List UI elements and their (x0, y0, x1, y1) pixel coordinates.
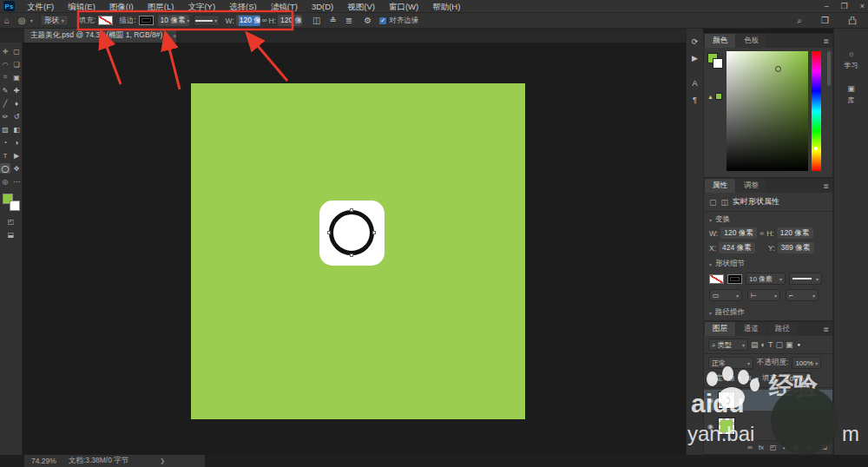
color-swatches[interactable] (3, 194, 20, 211)
panel-menu-icon[interactable]: ≣ (823, 326, 829, 333)
panel-background-swatch[interactable] (713, 58, 723, 69)
prop-stroke-width-dropdown[interactable]: 10 像素▾ (746, 273, 786, 285)
filter-pixel-layers-icon[interactable]: ▤ (751, 340, 759, 349)
new-layer-icon[interactable]: ⊞ (806, 444, 812, 451)
tab-layers[interactable]: 图层 (705, 322, 735, 336)
menu-layer[interactable]: 图层(L) (141, 0, 181, 13)
tab-channels[interactable]: 通道 (736, 322, 766, 336)
workspace-switcher-icon[interactable]: ❐ (821, 16, 829, 25)
menu-image[interactable]: 图像(I) (102, 0, 141, 13)
background-color-swatch[interactable] (10, 201, 20, 211)
tab-color[interactable]: 颜色 (705, 34, 735, 48)
status-chevron-icon[interactable]: ❯ (160, 457, 165, 464)
gradient-tool[interactable]: ◧ (11, 124, 22, 135)
transform-section-header[interactable]: 变换 (709, 214, 827, 225)
delete-layer-icon[interactable]: ⌫ (818, 444, 827, 451)
path-anchor[interactable] (350, 208, 353, 212)
align-edges-checkbox[interactable]: ✓ (379, 17, 386, 24)
new-group-icon[interactable]: ▤ (792, 444, 799, 451)
tab-close-icon[interactable]: × (173, 32, 176, 40)
filter-smart-objects-icon[interactable]: ▣ (786, 340, 793, 349)
link-dimensions-icon[interactable]: ∞ (262, 16, 267, 24)
prop-h-field[interactable]: 120 像素 (777, 227, 813, 239)
minimize-button[interactable]: – (825, 0, 829, 13)
history-panel-icon[interactable]: ⟳ (692, 37, 699, 46)
eyedropper-tool[interactable]: ✎ (0, 85, 10, 95)
tool-preset-icon[interactable]: ◎ (18, 16, 26, 25)
shape-details-section-header[interactable]: 形状细节 (709, 259, 827, 269)
prop-x-field[interactable]: 424 像素 (719, 242, 755, 253)
menu-window[interactable]: 窗口(W) (382, 0, 425, 13)
stroke-corner-dropdown[interactable]: ⌐▾ (786, 289, 819, 301)
tab-properties[interactable]: 属性 (705, 179, 735, 193)
history-brush-tool[interactable]: ↺ (11, 111, 22, 122)
adjustment-layer-icon[interactable]: ◐ (783, 444, 787, 451)
path-alignment-icon[interactable]: ≛ (329, 16, 336, 25)
move-tool[interactable]: ✛ (0, 46, 10, 56)
healing-brush-tool[interactable]: ✚ (11, 85, 22, 95)
layer-row-green[interactable]: ◉ (704, 413, 832, 439)
pathops-section-header[interactable]: 路径操作 (709, 307, 827, 318)
opacity-dropdown[interactable]: 100%▾ (792, 357, 821, 369)
lock-position-icon[interactable]: ⊞ (746, 375, 752, 382)
menu-help[interactable]: 帮助(H) (425, 0, 467, 13)
quick-mask-icon[interactable]: ◰ (8, 218, 15, 226)
fill-swatch[interactable] (98, 16, 113, 25)
layer-row-ellipse[interactable]: ◉ (704, 390, 832, 411)
height-field[interactable]: 120 像 (278, 15, 302, 26)
layer-style-fx-icon[interactable]: fx (759, 444, 764, 451)
marquee-tool[interactable]: ▢ (11, 46, 22, 56)
stroke-type-dropdown[interactable]: ▾ (194, 15, 220, 26)
panel-menu-icon[interactable]: ≣ (823, 182, 829, 190)
path-anchor[interactable] (372, 231, 376, 234)
blend-mode-dropdown[interactable]: 正常▾ (708, 357, 753, 369)
menu-type[interactable]: 文字(Y) (181, 0, 222, 13)
screen-mode-icon[interactable]: ⬓ (8, 231, 15, 239)
add-mask-icon[interactable]: ◰ (770, 444, 777, 451)
panel-menu-icon[interactable]: ≣ (823, 37, 829, 45)
panel-color-swatches[interactable] (707, 53, 723, 69)
home-icon[interactable]: ⌂ (4, 16, 10, 25)
path-selection-tool[interactable]: ▶ (11, 150, 22, 161)
ellipse-shape-tool[interactable]: ◯ (0, 163, 10, 174)
canvas-area[interactable] (23, 43, 686, 455)
path-arrangement-icon[interactable]: ≣ (345, 16, 352, 25)
object-selection-tool[interactable]: ❏ (11, 59, 22, 69)
type-tool[interactable]: T (0, 150, 10, 161)
hue-slider[interactable] (812, 51, 821, 171)
panel-scrollbar[interactable] (827, 51, 831, 86)
path-anchor[interactable] (350, 253, 353, 257)
prop-link-icon[interactable]: ∞ (760, 230, 764, 236)
prop-stroke-swatch[interactable] (727, 274, 742, 284)
gear-icon[interactable]: ⚙ (364, 16, 372, 25)
path-operations-icon[interactable]: ◫ (312, 16, 320, 25)
prop-fill-swatch[interactable] (709, 274, 724, 284)
white-rounded-square-shape[interactable] (319, 201, 385, 266)
edit-toolbar-icon[interactable]: ⋯ (11, 176, 22, 187)
tab-swatches[interactable]: 色板 (736, 34, 766, 48)
ellipse-path-shape[interactable] (329, 210, 374, 255)
restore-button[interactable]: ❐ (841, 0, 848, 13)
brush-tool[interactable]: ╱ (0, 98, 10, 109)
zoom-tool[interactable]: ◎ (0, 176, 10, 187)
prop-stroke-type-dropdown[interactable]: ▾ (789, 273, 822, 285)
layer-thumbnail[interactable] (718, 418, 735, 435)
dodge-tool[interactable]: ◑ (11, 137, 22, 148)
lasso-tool[interactable]: ◠ (0, 59, 10, 69)
menu-edit[interactable]: 编辑(E) (61, 0, 102, 13)
menu-select[interactable]: 选择(S) (222, 0, 264, 13)
stroke-swatch[interactable] (139, 16, 154, 25)
blur-tool[interactable]: ◔ (0, 137, 10, 148)
filter-adjustment-layers-icon[interactable]: ◐ (761, 340, 766, 349)
lock-image-icon[interactable]: ✛ (738, 375, 743, 382)
path-anchor[interactable] (327, 231, 331, 234)
menu-filter[interactable]: 滤镜(T) (264, 0, 305, 13)
link-layers-icon[interactable]: ∞ (747, 444, 753, 451)
tool-mode-dropdown[interactable]: 形状▾ (40, 15, 69, 26)
share-icon[interactable]: 凸 (848, 15, 857, 27)
eraser-tool[interactable]: ▨ (0, 124, 10, 135)
visibility-eye-icon[interactable]: ◉ (707, 423, 713, 431)
pencil-tool[interactable]: ✏ (0, 111, 10, 122)
menu-file[interactable]: 文件(F) (20, 0, 61, 13)
gamut-warning-icon[interactable]: ▲ (707, 94, 713, 100)
